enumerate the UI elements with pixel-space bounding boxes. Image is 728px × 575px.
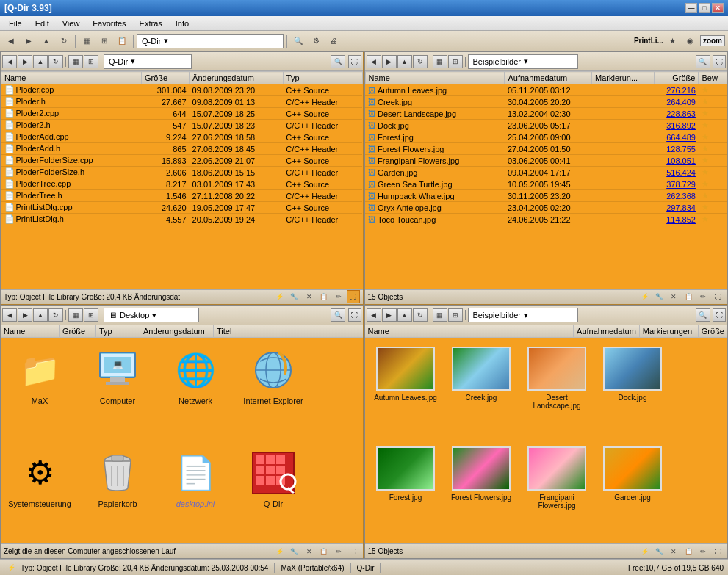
pane-br-expand-btn[interactable]: ⛶ xyxy=(711,545,724,558)
table-row[interactable]: 📄PrintListDlg.h 4.557 20.05.2009 19:24 C… xyxy=(1,214,363,225)
col-date-tl[interactable]: Änderungsdatum xyxy=(190,72,284,84)
pane-br-search[interactable]: 🔍 xyxy=(696,308,710,322)
pane-bl-status-del[interactable]: ✕ xyxy=(303,545,316,558)
col-date-br-h[interactable]: Aufnahmedatum xyxy=(574,325,640,337)
table-row[interactable]: 📄Ploder2.h 547 15.07.2009 18:23 C/C++ He… xyxy=(1,120,363,131)
pane-bl-forward[interactable]: ▶ xyxy=(18,308,32,322)
list-item[interactable]: Desert Landscape.jpg xyxy=(522,344,592,438)
list-item[interactable]: Creek.jpg xyxy=(447,344,516,438)
settings-button[interactable]: ⚙ xyxy=(308,33,324,49)
pane-bl-content[interactable]: 📁 MaX 💻 Computer xyxy=(1,338,363,544)
col-name-br-h[interactable]: Name xyxy=(365,325,574,337)
menu-favorites[interactable]: Favorites xyxy=(87,18,131,29)
table-row[interactable]: 🖼Forest.jpg 25.04.2005 09:00 664.489 ★ xyxy=(365,131,727,143)
pane-tl-refresh[interactable]: ↻ xyxy=(48,55,63,68)
table-row[interactable]: 📄PloderTree.h 1.546 27.11.2008 20:22 C/C… xyxy=(1,190,363,202)
col-date-tr[interactable]: Aufnahmedatum xyxy=(505,72,592,84)
pane-bl-up[interactable]: ▲ xyxy=(33,308,48,322)
nav-back-button[interactable]: ◀ xyxy=(3,33,19,49)
list-item[interactable]: Dock.jpg xyxy=(598,344,668,438)
pane-tl-back[interactable]: ◀ xyxy=(2,55,17,68)
pane-tr-refresh[interactable]: ↻ xyxy=(413,55,428,68)
extra-btn-2[interactable]: ◉ xyxy=(682,33,699,49)
pane-tr-back[interactable]: ◀ xyxy=(367,55,381,68)
pane-tr-forward[interactable]: ▶ xyxy=(382,55,397,68)
pane-br-back[interactable]: ◀ xyxy=(367,308,381,322)
pane-br-status-del[interactable]: ✕ xyxy=(667,545,680,558)
pane-tr-status-del[interactable]: ✕ xyxy=(667,290,680,303)
pane-bl-status-btn1[interactable]: ⚡ xyxy=(273,545,286,558)
list-item[interactable]: Forest Flowers.jpg xyxy=(447,444,516,538)
layout-button[interactable]: ⊞ xyxy=(96,33,112,49)
pane-tl-status-copy[interactable]: 📋 xyxy=(317,290,331,303)
col-size-br-h[interactable]: Größe xyxy=(699,325,727,337)
pane-br-forward[interactable]: ▶ xyxy=(382,308,397,322)
table-row[interactable]: 📄PloderFolderSize.h 2.606 18.06.2009 15:… xyxy=(1,167,363,178)
pane-tr-up[interactable]: ▲ xyxy=(397,55,412,68)
view-toggle-button[interactable]: ▦ xyxy=(79,33,95,49)
global-path-box[interactable]: Q-Dir ▾ xyxy=(137,34,284,48)
col-date-bl-h[interactable]: Änderungsdatum xyxy=(140,325,214,337)
maximize-button[interactable]: □ xyxy=(699,3,710,13)
pane-tr-layout[interactable]: ⊞ xyxy=(448,55,463,68)
pane-bl-status-copy[interactable]: 📋 xyxy=(317,545,331,558)
desktop-icon-desktopini[interactable]: 📄 desktop.ini xyxy=(162,446,228,538)
pane-tr-status-btn2[interactable]: 🔧 xyxy=(652,290,666,303)
pane-br-status-btn2[interactable]: 🔧 xyxy=(652,545,666,558)
desktop-icon-netzwerk[interactable]: 🌐 Netzwerk xyxy=(162,344,228,435)
pane-tl-search[interactable]: 🔍 xyxy=(331,55,345,68)
pane-bl-search[interactable]: 🔍 xyxy=(331,308,345,322)
col-size-tl[interactable]: Größe xyxy=(141,72,189,84)
col-mark-br-h[interactable]: Markierungen xyxy=(640,325,699,337)
pane-tr-expand[interactable]: ⛶ xyxy=(713,55,726,68)
table-row[interactable]: 📄PloderAdd.cpp 9.224 27.06.2009 18:58 C+… xyxy=(1,131,363,143)
pane-br-content[interactable]: Autumn Leaves.jpg Creek.jpg Desert Lands… xyxy=(365,338,728,544)
pane-bl-view[interactable]: ▦ xyxy=(68,308,83,322)
pane-tl-status-btn2[interactable]: 🔧 xyxy=(288,290,301,303)
list-item[interactable]: Frangipani Flowers.jpg xyxy=(522,444,592,538)
pane-tr-search[interactable]: 🔍 xyxy=(696,55,710,68)
pane-bl-expand[interactable]: ⛶ xyxy=(348,308,361,322)
pane-br-refresh[interactable]: ↻ xyxy=(413,308,428,322)
pane-bl-path[interactable]: 🖥 Desktop ▾ xyxy=(104,308,199,322)
pane-bl-status-btn2[interactable]: 🔧 xyxy=(288,545,301,558)
refresh-button[interactable]: ↻ xyxy=(56,33,72,49)
desktop-icon-ie[interactable]: Internet Explorer xyxy=(240,344,306,435)
copy-button[interactable]: 📋 xyxy=(114,33,130,49)
col-bew-tr[interactable]: Bew xyxy=(699,72,727,84)
table-row[interactable]: 📄PloderTree.cpp 8.217 03.01.2009 17:43 C… xyxy=(1,178,363,190)
col-title-bl-h[interactable]: Titel xyxy=(214,325,234,337)
menu-edit[interactable]: Edit xyxy=(29,18,55,29)
col-name-bl-h[interactable]: Name xyxy=(1,325,60,337)
pane-tl-status-del[interactable]: ✕ xyxy=(303,290,316,303)
pane-br-status-edit[interactable]: ✏ xyxy=(696,545,710,558)
pane-tr-view[interactable]: ▦ xyxy=(433,55,447,68)
pane-br-expand[interactable]: ⛶ xyxy=(713,308,726,322)
search-button[interactable]: 🔍 xyxy=(290,33,306,49)
pane-bl-layout[interactable]: ⊞ xyxy=(84,308,98,322)
table-row[interactable]: 🖼Toco Toucan.jpg 24.06.2005 21:22 114.85… xyxy=(365,214,727,225)
desktop-icon-max[interactable]: 📁 MaX xyxy=(7,344,73,435)
pane-tr-path[interactable]: Beispielbilder ▾ xyxy=(468,54,578,69)
status-icon-1[interactable]: ⚡ xyxy=(4,561,18,574)
pane-br-up[interactable]: ▲ xyxy=(397,308,412,322)
menu-extras[interactable]: Extras xyxy=(134,18,168,29)
pane-tr-content[interactable]: Name Aufnahmedatum Markierun... Größe Be… xyxy=(365,71,728,289)
pane-bl-back[interactable]: ◀ xyxy=(2,308,17,322)
pane-tl-status-edit[interactable]: ✏ xyxy=(332,290,345,303)
print-button[interactable]: 🖨 xyxy=(325,33,342,49)
pane-tl-expand[interactable]: ⛶ xyxy=(348,55,361,68)
col-type-bl-h[interactable]: Typ xyxy=(96,325,140,337)
pane-tl-up[interactable]: ▲ xyxy=(33,55,48,68)
table-row[interactable]: 📄Ploder.cpp 301.004 09.08.2009 23:20 C++… xyxy=(1,84,363,96)
list-item[interactable]: Autumn Leaves.jpg xyxy=(371,344,441,438)
pane-bl-refresh[interactable]: ↻ xyxy=(48,308,63,322)
desktop-icon-computer[interactable]: 💻 Computer xyxy=(84,344,151,435)
table-row[interactable]: 📄Ploder.h 27.667 09.08.2009 01:13 C/C++ … xyxy=(1,96,363,108)
col-name-tl[interactable]: Name xyxy=(1,72,142,84)
menu-file[interactable]: File xyxy=(3,18,28,29)
pane-tl-path[interactable]: Q-Dir ▾ xyxy=(104,54,192,69)
pane-br-path[interactable]: Beispielbilder ▾ xyxy=(468,308,578,322)
table-row[interactable]: 📄Ploder2.cpp 644 15.07.2009 18:25 C++ So… xyxy=(1,108,363,120)
pane-tr-status-btn1[interactable]: ⚡ xyxy=(638,290,651,303)
